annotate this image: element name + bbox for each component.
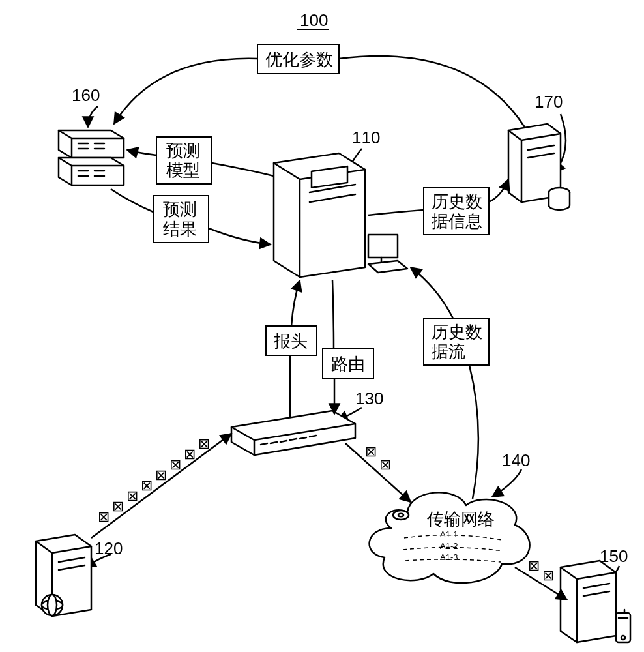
cloud-p3: A1-3 — [440, 552, 458, 562]
svg-text:⊠: ⊠ — [155, 467, 167, 483]
ref-140: 140 — [502, 451, 530, 470]
lbl-hist-data-2: 据信息 — [432, 211, 482, 231]
svg-text:⊠: ⊠ — [379, 456, 391, 473]
edge-hist-data-right — [489, 179, 508, 202]
edge-pred-model-right — [212, 163, 274, 176]
edge-hist-data-left — [368, 210, 424, 215]
ref-110: 110 — [352, 128, 380, 147]
lbl-pred-result-1: 预测 — [163, 200, 197, 219]
svg-point-23 — [398, 514, 403, 517]
lbl-pred-model-2: 模型 — [166, 160, 200, 180]
node-110-central-server: 110 — [274, 128, 407, 277]
lbl-route: 路由 — [331, 354, 365, 374]
ref-160: 160 — [72, 85, 100, 105]
svg-text:⊠: ⊠ — [112, 498, 124, 514]
edge-pred-result-left — [111, 189, 153, 212]
lbl-pred-result-2: 结果 — [163, 219, 197, 239]
svg-text:⊠: ⊠ — [198, 436, 210, 452]
disc-icon — [393, 511, 409, 520]
svg-point-33 — [621, 636, 625, 640]
packets-120-130: ⊠ ⊠ ⊠ ⊠ ⊠ ⊠ ⊠ ⊠ — [98, 436, 210, 525]
edge-hist-flow-bot — [469, 365, 478, 499]
lbl-opt-params: 优化参数 — [265, 50, 333, 69]
leader-140 — [492, 469, 521, 497]
edge-pred-model-left — [127, 150, 156, 155]
svg-text:⊠: ⊠ — [184, 446, 196, 462]
lbl-hist-flow-2: 据流 — [432, 342, 465, 361]
leader-160 — [88, 106, 98, 127]
figure-id-label: 100 — [300, 10, 328, 30]
lbl-hist-flow-1: 历史数 — [432, 322, 482, 342]
lbl-header: 报头 — [273, 331, 308, 351]
ref-170: 170 — [534, 92, 563, 111]
edge-opt-params-right — [339, 56, 525, 127]
edge-route-top — [332, 280, 334, 349]
packets-130-140: ⊠ ⊠ — [365, 443, 391, 473]
svg-text:⊠: ⊠ — [98, 509, 110, 525]
cloud-p2: A1-2 — [440, 541, 458, 551]
svg-text:⊠: ⊠ — [365, 443, 377, 460]
node-140-cloud: 140 传输网络 A1-1 A1-2 A1-3 — [370, 451, 531, 583]
edge-header-top — [291, 280, 300, 326]
edge-pred-result-right — [209, 228, 271, 244]
edge-hist-flow-top — [411, 267, 453, 318]
cloud-label: 传输网络 — [427, 509, 495, 529]
svg-text:⊠: ⊠ — [169, 456, 181, 473]
node-170-db-server: 170 — [508, 92, 570, 210]
svg-rect-14 — [368, 235, 398, 258]
svg-text:⊠: ⊠ — [528, 557, 540, 574]
node-120-web-server: 120 — [36, 535, 123, 616]
packets-140-150: ⊠ ⊠ — [528, 557, 554, 584]
ref-130: 130 — [355, 389, 383, 408]
edge-140-150 — [515, 567, 567, 600]
edge-120-130 — [91, 434, 231, 538]
node-160-server-rack: 160 — [59, 85, 124, 185]
lbl-hist-data-1: 历史数 — [432, 192, 482, 211]
svg-text:⊠: ⊠ — [141, 477, 153, 494]
cloud-p1: A1-1 — [440, 529, 458, 539]
edge-opt-params-left — [114, 59, 257, 124]
edge-130-140 — [345, 443, 411, 502]
svg-text:⊠: ⊠ — [126, 488, 138, 504]
svg-text:⊠: ⊠ — [542, 567, 554, 584]
node-130-switch: 130 — [231, 389, 383, 455]
lbl-pred-model-1: 预测 — [166, 141, 200, 160]
svg-point-28 — [48, 595, 57, 615]
node-150-client-server: 150 — [561, 546, 630, 642]
